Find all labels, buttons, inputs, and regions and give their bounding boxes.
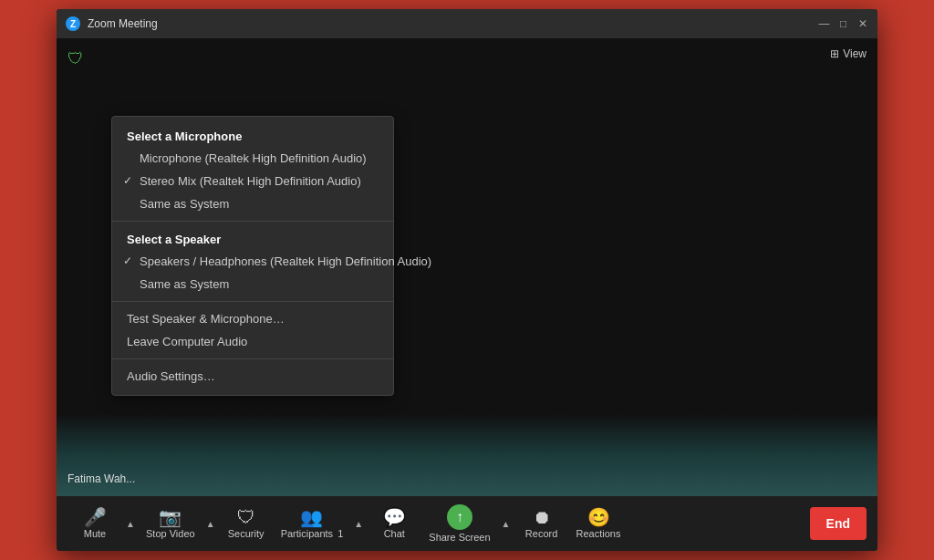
participants-icon: 👥 (300, 508, 323, 526)
reactions-icon: 😊 (587, 508, 610, 526)
bg-gradient (57, 414, 877, 496)
security-label: Security (228, 528, 265, 539)
share-screen-chevron[interactable]: ▲ (498, 498, 514, 549)
microphone-option-2[interactable]: Stereo Mix (Realtek High Definition Audi… (112, 170, 393, 192)
view-button[interactable]: ⊞ View (830, 47, 867, 60)
stop-video-group: 📷 Stop Video ▲ (139, 498, 219, 549)
stop-video-button[interactable]: 📷 Stop Video (139, 498, 202, 549)
share-screen-label: Share Screen (429, 532, 490, 543)
video-icon: 📷 (159, 508, 182, 526)
video-chevron[interactable]: ▲ (202, 498, 219, 549)
audio-settings[interactable]: Audio Settings… (112, 365, 393, 388)
toolbar: 🎤 Mute ▲ 📷 Stop Video ▲ 🛡 Security 👥 Par… (57, 496, 877, 551)
mute-group: 🎤 Mute ▲ (67, 498, 139, 549)
security-icon: 🛡 (237, 508, 255, 526)
shield-icon: 🛡 (67, 49, 84, 68)
zoom-window: Z Zoom Meeting — □ ✕ 🛡 ⊞ View Fatima Wah… (57, 9, 877, 551)
title-bar: Z Zoom Meeting — □ ✕ (57, 9, 877, 38)
microphone-section-header: Select a Microphone (112, 124, 393, 147)
microphone-option-1[interactable]: Microphone (Realtek High Definition Audi… (112, 147, 393, 170)
chat-button[interactable]: 💬 Chat (367, 498, 421, 549)
share-screen-button[interactable]: ↑ Share Screen (421, 498, 497, 549)
minimize-button[interactable]: — (818, 18, 830, 30)
reactions-label: Reactions (576, 528, 621, 539)
microphone-option-3[interactable]: Same as System (112, 192, 393, 215)
record-label: Record (525, 528, 557, 539)
record-button[interactable]: ⏺ Record (514, 498, 569, 549)
video-area: 🛡 ⊞ View Fatima Wah... Select a Micropho… (57, 38, 877, 496)
maximize-button[interactable]: □ (837, 18, 849, 30)
view-label: View (843, 47, 867, 60)
record-icon: ⏺ (533, 508, 551, 526)
chat-icon: 💬 (383, 508, 406, 526)
share-screen-group: ↑ Share Screen ▲ (421, 498, 514, 549)
leave-computer-audio[interactable]: Leave Computer Audio (112, 330, 393, 353)
participants-label: Participants 1 (281, 528, 344, 539)
chat-label: Chat (384, 528, 405, 539)
share-screen-icon: ↑ (447, 504, 472, 530)
end-button[interactable]: End (810, 507, 867, 540)
test-speaker-microphone[interactable]: Test Speaker & Microphone… (112, 307, 393, 330)
speaker-option-1[interactable]: Speakers / Headphones (Realtek High Defi… (112, 250, 393, 273)
participant-name: Fatima Wah... (67, 472, 135, 485)
security-button[interactable]: 🛡 Security (219, 498, 274, 549)
mute-icon: 🎤 (84, 508, 107, 526)
participants-chevron[interactable]: ▲ (350, 498, 367, 549)
menu-divider-1 (112, 221, 393, 222)
stop-video-label: Stop Video (146, 528, 195, 539)
participants-group: 👥 Participants 1 ▲ (274, 498, 368, 549)
speaker-option-2[interactable]: Same as System (112, 273, 393, 296)
participants-button[interactable]: 👥 Participants 1 (274, 498, 351, 549)
close-button[interactable]: ✕ (856, 18, 868, 30)
mute-chevron[interactable]: ▲ (122, 498, 139, 549)
mute-button[interactable]: 🎤 Mute (67, 498, 122, 549)
grid-icon: ⊞ (830, 47, 839, 60)
speaker-section-header: Select a Speaker (112, 227, 393, 250)
window-controls: — □ ✕ (818, 18, 868, 30)
menu-divider-2 (112, 301, 393, 302)
menu-divider-3 (112, 358, 393, 359)
reactions-button[interactable]: 😊 Reactions (569, 498, 628, 549)
audio-dropdown-menu: Select a Microphone Microphone (Realtek … (111, 116, 394, 396)
zoom-logo-icon: Z (66, 16, 80, 31)
window-title: Zoom Meeting (88, 17, 818, 30)
mute-label: Mute (84, 528, 106, 539)
